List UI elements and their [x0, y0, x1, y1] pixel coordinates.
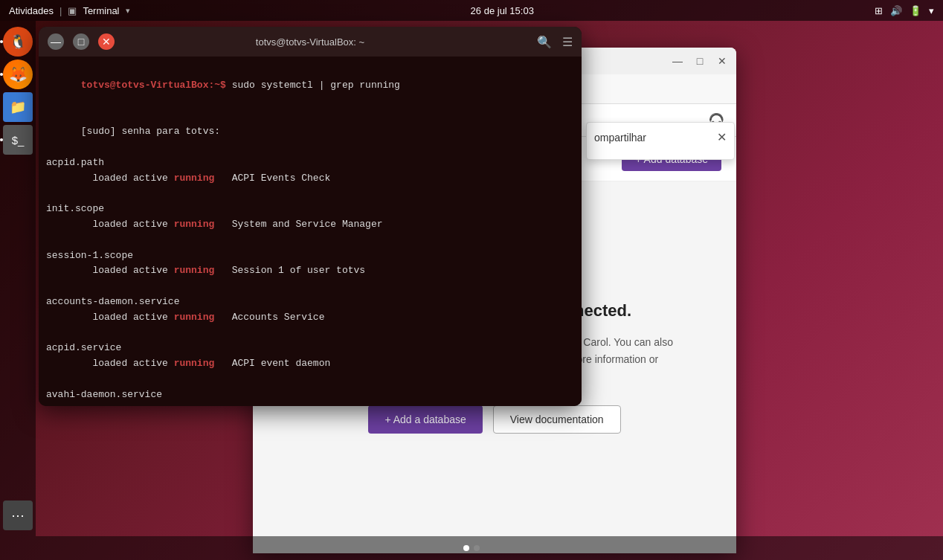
browser-minimize-button[interactable]: —	[671, 54, 684, 68]
term-service-acpid-status: loaded active running ACPI event daemon	[46, 356, 574, 372]
browser-close-button[interactable]: ✕	[715, 54, 729, 68]
share-panel-title: ompartilhar	[594, 132, 646, 144]
term-service-accounts: accounts-daemon.service	[46, 295, 574, 310]
workspace-dot-1[interactable]	[463, 545, 469, 551]
terminal-minimize-button[interactable]: —	[48, 33, 64, 50]
terminal-titlebar: — □ ✕ totvs@totvs-VirtualBox: ~ 🔍 ☰	[39, 27, 582, 57]
ubuntu-icon[interactable]: 🐧	[3, 27, 33, 57]
share-panel: ompartilhar ✕	[586, 122, 735, 160]
terminal-close-button[interactable]: ✕	[98, 33, 115, 50]
terminal-command: sudo systemctl | grep running	[226, 80, 400, 91]
battery-icon: 🔋	[910, 5, 921, 16]
term-running-badge-3: running	[174, 265, 215, 276]
files-icon[interactable]: 📁	[3, 92, 33, 122]
terminal-sudo-line: [sudo] senha para totvs:	[46, 109, 574, 155]
term-service-acpid-path-status: loaded active running ACPI Events Check	[46, 171, 574, 187]
terminal-icon: ▣	[68, 5, 77, 16]
term-running-badge-6: running	[174, 405, 215, 406]
terminal-prompt: totvs@totvs-VirtualBox:~$	[81, 80, 226, 91]
show-apps-icon[interactable]: ⋯	[3, 501, 33, 530]
terminal-maximize-button[interactable]: □	[73, 33, 89, 50]
action-buttons-row: + Add a database View documentation	[368, 405, 620, 434]
term-running-badge-2: running	[174, 219, 215, 230]
workspace-dots	[463, 545, 480, 551]
separator: |	[59, 5, 62, 16]
term-service-init-scope: init.scope	[46, 202, 574, 217]
volume-icon: 🔊	[890, 5, 902, 16]
term-running-badge-4: running	[174, 312, 215, 323]
term-service-acpid-path: acpid.path	[46, 155, 574, 171]
term-service-avahi: avahi-daemon.service	[46, 387, 574, 403]
firefox-icon[interactable]: 🦊	[3, 59, 33, 89]
terminal-controls: — □ ✕	[48, 33, 115, 50]
add-database-main-button[interactable]: + Add a database	[368, 405, 482, 434]
term-running-badge-5: running	[174, 358, 215, 369]
top-bar: Atividades | ▣ Terminal ▾ 26 de jul 15:0…	[0, 0, 943, 21]
sidebar-dock: 🐧 🦊 📁 $_ ⋯	[0, 21, 36, 536]
browser-maximize-button[interactable]: □	[693, 54, 707, 68]
term-service-init-scope-status: loaded active running System and Service…	[46, 217, 574, 233]
top-bar-datetime: 26 de jul 15:03	[471, 5, 534, 16]
terminal-title: totvs@totvs-VirtualBox: ~	[256, 36, 364, 48]
activities-button[interactable]: Atividades	[9, 5, 54, 16]
view-documentation-button[interactable]: View documentation	[493, 405, 621, 434]
term-blank-2	[46, 233, 574, 248]
term-service-session-status: loaded active running Session 1 of user …	[46, 263, 574, 279]
terminal-dock-icon[interactable]: $_	[3, 125, 33, 155]
terminal-menu-button[interactable]: ☰	[562, 35, 573, 49]
terminal-search-button[interactable]: 🔍	[537, 35, 552, 49]
terminal-body[interactable]: totvs@totvs-VirtualBox:~$ sudo systemctl…	[39, 57, 582, 406]
term-blank-4	[46, 326, 574, 341]
term-blank-5	[46, 372, 574, 387]
terminal-prompt-line: totvs@totvs-VirtualBox:~$ sudo systemctl…	[46, 62, 574, 109]
terminal-window: — □ ✕ totvs@totvs-VirtualBox: ~ 🔍 ☰ totv…	[39, 27, 582, 406]
term-blank-1	[46, 186, 574, 202]
term-service-session: session-1.scope	[46, 248, 574, 264]
terminal-sudo-prompt: [sudo] senha para totvs:	[81, 126, 220, 137]
top-bar-left: Atividades | ▣ Terminal ▾	[9, 5, 130, 16]
term-running-badge: running	[174, 173, 215, 184]
terminal-dropdown-icon[interactable]: ▾	[126, 6, 130, 16]
share-panel-close-button[interactable]: ✕	[717, 130, 727, 144]
term-service-accounts-status: loaded active running Accounts Service	[46, 310, 574, 326]
terminal-label[interactable]: Terminal	[83, 5, 119, 16]
term-blank-3	[46, 279, 574, 295]
term-service-avahi-status: loaded active running Avahi mDNS/DNS-SD …	[46, 403, 574, 406]
power-icon[interactable]: ▾	[929, 5, 934, 16]
top-bar-right: ⊞ 🔊 🔋 ▾	[875, 5, 934, 16]
bottom-bar	[0, 536, 943, 560]
workspace-dot-2[interactable]	[474, 545, 480, 551]
term-service-acpid: acpid.service	[46, 341, 574, 356]
share-panel-header: ompartilhar ✕	[594, 130, 727, 144]
network-icon: ⊞	[875, 5, 883, 16]
terminal-titlebar-right: 🔍 ☰	[537, 35, 573, 49]
